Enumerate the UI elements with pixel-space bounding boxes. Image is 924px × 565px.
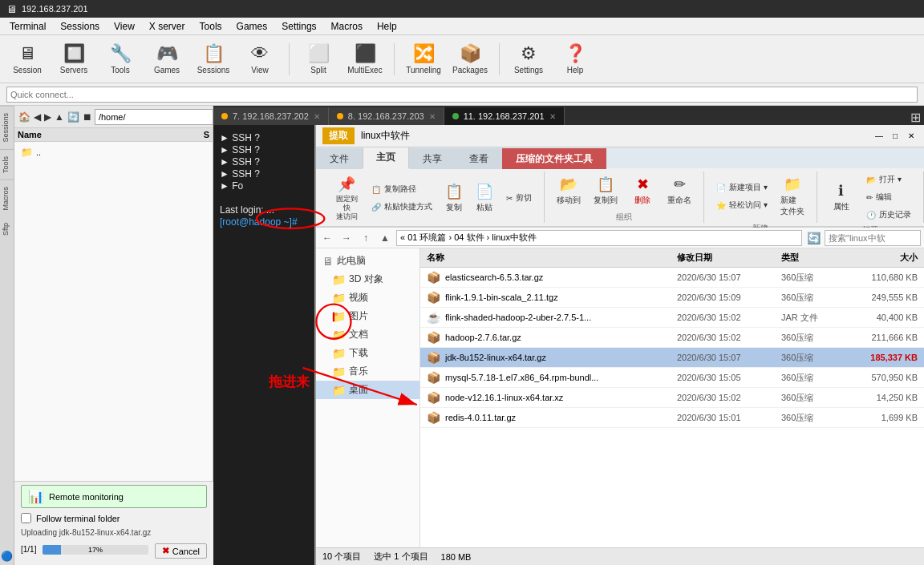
toolbar-packages-btn[interactable]: 📦 Packages xyxy=(449,38,491,80)
ribbon-history-btn[interactable]: 🕐 历史记录 xyxy=(861,207,917,223)
new-tab-btn[interactable]: ⊞ xyxy=(910,110,921,125)
toolbar-tunneling-btn[interactable]: 🔀 Tunneling xyxy=(403,38,444,80)
toolbar-tools-btn[interactable]: 🔧 Tools xyxy=(99,38,141,80)
fm-maximize-btn[interactable]: □ xyxy=(889,130,902,143)
sidebar-tab-macros[interactable]: Macros xyxy=(0,180,14,217)
search-input[interactable] xyxy=(825,230,921,246)
toolbar-session-btn[interactable]: 🖥 Session xyxy=(6,38,48,80)
fm-tree-pictures[interactable]: 📁 图片 xyxy=(316,307,419,325)
quick-connect-input[interactable] xyxy=(6,87,918,103)
file-row-4[interactable]: 📦 jdk-8u152-linux-x64.tar.gz 2020/6/30 1… xyxy=(420,348,924,368)
left-panel-back-btn[interactable]: ◀ xyxy=(33,109,42,125)
cancel-upload-btn[interactable]: ✖ Cancel xyxy=(155,543,207,559)
col-header-date[interactable]: 修改日期 xyxy=(677,252,781,264)
ribbon-moveto-btn[interactable]: 📂 移动到 xyxy=(551,172,586,210)
col-header-size[interactable]: 大小 xyxy=(845,252,918,264)
file-row-0[interactable]: 📦 elasticsearch-6.5.3.tar.gz 2020/6/30 1… xyxy=(420,268,924,288)
nav-up-btn[interactable]: ↑ xyxy=(358,230,374,246)
ribbon-tab-compress[interactable]: 压缩的文件夹工具 xyxy=(502,148,606,169)
toolbar-multiexec-btn[interactable]: ⬛ MultiExec xyxy=(344,38,386,80)
nav-forward-btn[interactable]: → xyxy=(338,230,355,246)
follow-terminal-checkbox[interactable] xyxy=(21,513,31,523)
menu-sessions[interactable]: Sessions xyxy=(54,19,106,34)
sidebar-tab-tools[interactable]: Tools xyxy=(0,149,14,180)
fm-tree-music[interactable]: 📁 音乐 xyxy=(316,362,419,381)
toolbar-sessions-btn[interactable]: 📋 Sessions xyxy=(192,38,234,80)
nav-recent-btn[interactable]: ▲ xyxy=(377,230,393,246)
terminal-tab-201-label: 11. 192.168.237.201 xyxy=(464,111,545,121)
toolbar-split-btn[interactable]: ⬜ Split xyxy=(298,38,339,80)
left-panel-home-btn[interactable]: 🏠 xyxy=(18,109,31,125)
tree-row-parent[interactable]: 📁 .. xyxy=(18,145,209,159)
tab-202-close[interactable]: ✕ xyxy=(314,112,320,121)
nav-back-btn[interactable]: ← xyxy=(319,230,335,246)
ribbon-tab-home[interactable]: 主页 xyxy=(363,147,409,169)
toolbar-view-btn[interactable]: 👁 View xyxy=(239,38,281,80)
file-row-5[interactable]: 📦 mysql-5.7.18-1.el7.x86_64.rpm-bundl...… xyxy=(420,368,924,388)
file-row-2[interactable]: ☕ flink-shaded-hadoop-2-uber-2.7.5-1... … xyxy=(420,308,924,328)
ribbon-open-btn[interactable]: 📂 打开 ▾ xyxy=(861,172,917,188)
ribbon-newfolder-btn[interactable]: 📁 新建文件夹 xyxy=(775,172,810,221)
refresh-btn[interactable]: 🔄 xyxy=(805,230,821,246)
file-row-7[interactable]: 📦 redis-4.0.11.tar.gz 2020/6/30 15:01 36… xyxy=(420,408,924,428)
ribbon-paste-btn[interactable]: 📄 粘贴 xyxy=(470,179,499,217)
col-header-name[interactable]: 名称 xyxy=(427,252,677,264)
toolbar-help-btn[interactable]: ❓ Help xyxy=(554,38,596,80)
left-panel-refresh-btn[interactable]: 🔄 xyxy=(67,109,80,125)
fm-tree-3d[interactable]: 📁 3D 对象 xyxy=(316,270,419,289)
ribbon-pin-btn[interactable]: 📌 固定到快速访问 xyxy=(329,172,364,224)
col-header-type[interactable]: 类型 xyxy=(781,252,845,264)
terminal-tab-202[interactable]: 7. 192.168.237.202 ✕ xyxy=(213,107,329,125)
ribbon-pasteshortcut-btn[interactable]: 🔗 粘贴快捷方式 xyxy=(366,199,438,215)
ribbon-cut-btn[interactable]: ✂ 剪切 xyxy=(500,190,537,206)
terminal-tab-203[interactable]: 8. 192.168.237.203 ✕ xyxy=(329,107,444,125)
menu-help[interactable]: Help xyxy=(371,19,403,34)
ribbon-delete-btn[interactable]: ✖ 删除 xyxy=(625,172,660,210)
menu-macros[interactable]: Macros xyxy=(325,19,369,34)
terminal-tab-201[interactable]: 11. 192.168.237.201 ✕ xyxy=(444,107,565,125)
file-row-1[interactable]: 📦 flink-1.9.1-bin-scala_2.11.tgz 2020/6/… xyxy=(420,288,924,308)
menu-settings[interactable]: Settings xyxy=(275,19,322,34)
ribbon-copypath-btn[interactable]: 📋 复制路径 xyxy=(366,181,438,197)
tab-201-close[interactable]: ✕ xyxy=(549,112,556,121)
ribbon-copyto-btn[interactable]: 📋 复制到 xyxy=(588,172,623,210)
ribbon-newitem-btn[interactable]: 📄 新建项目 ▾ xyxy=(711,180,773,196)
left-panel-forward-btn[interactable]: ▶ xyxy=(43,109,52,125)
menu-games[interactable]: Games xyxy=(230,19,274,34)
ribbon-tab-file[interactable]: 文件 xyxy=(316,148,363,169)
fm-tree-downloads[interactable]: 📁 下载 xyxy=(316,344,419,362)
remote-monitoring-btn[interactable]: 📊 Remote monitoring xyxy=(21,485,207,508)
fm-tree-docs[interactable]: 📁 文档 xyxy=(316,325,419,344)
sidebar-bottom-icon[interactable]: 🔵 xyxy=(0,547,16,565)
sidebar-tab-sftp[interactable]: Sftp xyxy=(0,216,14,242)
left-panel-path-input[interactable] xyxy=(95,109,213,125)
ribbon-edit-btn[interactable]: ✏ 编辑 xyxy=(861,189,917,205)
tab-dot-203 xyxy=(337,113,343,119)
sidebar-tab-sessions[interactable]: Sessions xyxy=(0,106,14,149)
ribbon-easyaccess-btn[interactable]: ⭐ 轻松访问 ▾ xyxy=(711,197,773,213)
settings-icon: ⚙ xyxy=(521,43,537,64)
left-panel-up-btn[interactable]: ▲ xyxy=(54,109,65,125)
fm-tree-desktop[interactable]: 📁 桌面 xyxy=(316,381,419,399)
tab-203-close[interactable]: ✕ xyxy=(429,112,436,121)
toolbar-servers-btn[interactable]: 🔲 Servers xyxy=(53,38,95,80)
ribbon-tab-view[interactable]: 查看 xyxy=(456,148,502,169)
menu-terminal[interactable]: Terminal xyxy=(3,19,52,34)
menu-view[interactable]: View xyxy=(107,19,141,34)
fm-tree-video[interactable]: 📁 视频 xyxy=(316,289,419,307)
fm-minimize-btn[interactable]: — xyxy=(873,130,886,143)
left-panel-stop-btn[interactable]: ⏹ xyxy=(82,109,93,125)
toolbar-games-btn[interactable]: 🎮 Games xyxy=(146,38,188,80)
file-row-6[interactable]: 📦 node-v12.16.1-linux-x64.tar.xz 2020/6/… xyxy=(420,388,924,408)
ribbon-tab-share[interactable]: 共享 xyxy=(409,148,456,169)
ribbon-properties-btn[interactable]: ℹ 属性 xyxy=(824,178,859,216)
ribbon-rename-btn[interactable]: ✏ 重命名 xyxy=(662,172,697,210)
menu-tools[interactable]: Tools xyxy=(193,19,229,34)
menu-xserver[interactable]: X server xyxy=(143,19,192,34)
file-row-3[interactable]: 📦 hadoop-2.7.6.tar.gz 2020/6/30 15:02 36… xyxy=(420,328,924,348)
address-path[interactable]: « 01 环境篇 › 04 软件 › linux中软件 xyxy=(396,230,802,246)
toolbar-settings-btn[interactable]: ⚙ Settings xyxy=(508,38,549,80)
fm-tree-thispc[interactable]: 🖥 此电脑 xyxy=(316,252,419,270)
fm-close-btn[interactable]: ✕ xyxy=(905,130,918,143)
ribbon-copy-btn[interactable]: 📋 复制 xyxy=(440,179,468,217)
